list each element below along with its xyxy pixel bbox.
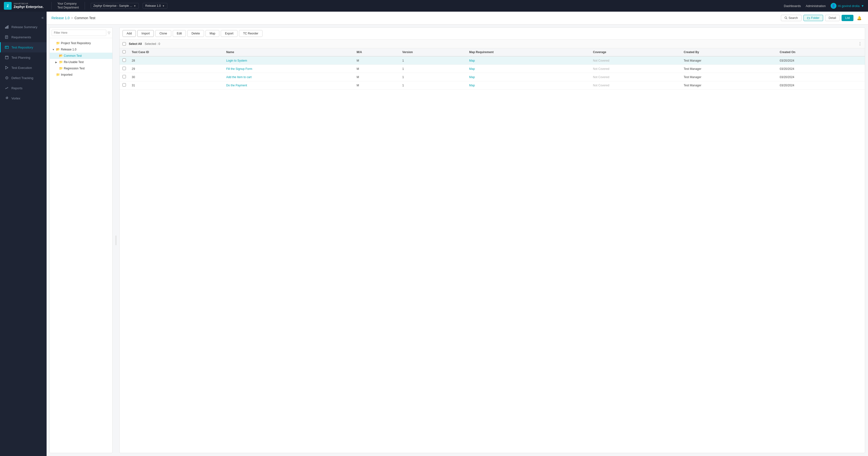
- edit-button[interactable]: Edit: [173, 30, 186, 37]
- row-name[interactable]: Login to System: [223, 56, 354, 65]
- col-ma: M/A: [354, 48, 399, 56]
- content-area: Release 1.0 > Common Test Search Folder …: [46, 12, 868, 456]
- col-test-case-id: Test Case ID: [129, 48, 223, 56]
- left-panel: ▽ 📁 Project Test Repository ▼ 📂 Release …: [50, 27, 113, 453]
- col-checkbox: [120, 48, 129, 56]
- sidebar-item-release-summary-label: Release Summary: [11, 25, 37, 29]
- sidebar-item-requirements-label: Requirements: [11, 35, 31, 39]
- row-created-on: 03/20/2024: [777, 56, 865, 65]
- row-name[interactable]: Add the Item to cart: [223, 73, 354, 81]
- tree-label-regression-test: Regression Test: [64, 67, 85, 70]
- row-checkbox-cell[interactable]: [120, 73, 129, 81]
- sidebar: « Release Summary Requirements Test Repo…: [0, 12, 46, 456]
- sidebar-item-reports-label: Reports: [11, 86, 23, 90]
- search-button[interactable]: Search: [781, 15, 802, 21]
- tree-item-common-test[interactable]: 📂 Common Test: [50, 53, 112, 59]
- tree-item-imported[interactable]: 📁 Imported: [50, 71, 112, 78]
- export-button[interactable]: Export: [221, 30, 238, 37]
- project-dropdown[interactable]: Zephyr Enterprise - Sample ... ▼: [91, 3, 139, 9]
- clone-button[interactable]: Clone: [155, 30, 171, 37]
- logo-icon: Z: [4, 2, 12, 10]
- sidebar-item-defect-tracking[interactable]: Defect Tracking: [0, 73, 46, 83]
- add-button[interactable]: Add: [123, 30, 136, 37]
- reports-icon: [5, 86, 9, 90]
- select-all-checkbox[interactable]: [123, 42, 126, 45]
- row-version: 1: [399, 73, 466, 81]
- sidebar-item-test-execution-label: Test Execution: [11, 66, 32, 70]
- row-checkbox-cell[interactable]: [120, 81, 129, 90]
- sidebar-item-test-execution[interactable]: Test Execution: [0, 63, 46, 73]
- administration-link[interactable]: Administration: [806, 4, 826, 8]
- sidebar-item-test-repository[interactable]: Test Repository: [0, 42, 46, 53]
- brand-bottom: Zephyr Enterprise.: [13, 5, 44, 9]
- tree-area: 📁 Project Test Repository ▼ 📂 Release 1.…: [50, 38, 112, 453]
- row-checkbox[interactable]: [123, 83, 126, 87]
- svg-rect-1: [6, 27, 7, 29]
- sidebar-item-reports[interactable]: Reports: [0, 83, 46, 93]
- toolbar: Add Import Clone Edit Delete Map Export …: [120, 28, 865, 39]
- logo-area[interactable]: Z SMARTBEAR Zephyr Enterprise.: [4, 2, 44, 10]
- tree-folder-release: 📂: [56, 47, 60, 52]
- list-button[interactable]: List: [842, 15, 854, 21]
- row-checkbox[interactable]: [123, 75, 126, 78]
- row-name[interactable]: Fill the Signup Form: [223, 65, 354, 73]
- sidebar-item-test-planning[interactable]: Test Planning: [0, 53, 46, 63]
- sidebar-item-release-summary[interactable]: Release Summary: [0, 22, 46, 32]
- row-checkbox[interactable]: [123, 67, 126, 70]
- sidebar-collapse-button[interactable]: «: [0, 13, 46, 22]
- sidebar-item-test-repository-label: Test Repository: [11, 45, 33, 49]
- row-name[interactable]: Do the Payment: [223, 81, 354, 90]
- tree-label-imported: Imported: [61, 73, 72, 76]
- table-row: 28 Login to System M 1 Map Not Covered T…: [120, 56, 865, 65]
- nav-divider-2: [85, 2, 85, 10]
- tree-folder-imported: 📁: [56, 73, 60, 77]
- row-ma: M: [354, 56, 399, 65]
- tree-item-reusable-test[interactable]: ▶ 📁 Re-Usable Test: [50, 59, 112, 65]
- resize-handle[interactable]: [116, 27, 117, 453]
- row-map-requirement[interactable]: Map: [466, 81, 590, 90]
- tree-item-release-1[interactable]: ▼ 📂 Release 1.0: [50, 46, 112, 53]
- row-checkbox-cell[interactable]: [120, 65, 129, 73]
- row-checkbox[interactable]: [123, 59, 126, 62]
- breadcrumb-release[interactable]: Release 1.0: [52, 16, 70, 20]
- tc-reorder-button[interactable]: TC Reorder: [239, 30, 262, 37]
- delete-button[interactable]: Delete: [187, 30, 204, 37]
- row-map-requirement[interactable]: Map: [466, 73, 590, 81]
- row-created-by: Test Manager: [681, 73, 777, 81]
- top-navigation: Z SMARTBEAR Zephyr Enterprise. Your Comp…: [0, 0, 868, 12]
- breadcrumb-current: Common Test: [74, 16, 95, 20]
- row-coverage: Not Covered: [590, 56, 681, 65]
- notification-bell-icon[interactable]: 🔔: [856, 14, 863, 22]
- row-map-requirement[interactable]: Map: [466, 56, 590, 65]
- import-button[interactable]: Import: [137, 30, 154, 37]
- logo-text: SMARTBEAR Zephyr Enterprise.: [13, 3, 44, 9]
- svg-point-19: [785, 17, 787, 19]
- search-icon: [784, 17, 787, 20]
- folder-button[interactable]: Folder: [803, 15, 823, 21]
- row-id: 31: [129, 81, 223, 90]
- sidebar-item-vortex-label: Vortex: [11, 97, 20, 100]
- row-ma: M: [354, 73, 399, 81]
- header-checkbox[interactable]: [123, 50, 126, 53]
- tree-item-regression-test[interactable]: 📁 Regression Test: [50, 65, 112, 71]
- filter-icon[interactable]: ▽: [108, 31, 111, 35]
- svg-point-18: [6, 78, 7, 79]
- row-checkbox-cell[interactable]: [120, 56, 129, 65]
- table-row: 29 Fill the Signup Form M 1 Map Not Cove…: [120, 65, 865, 73]
- filter-input[interactable]: [52, 30, 106, 36]
- row-id: 29: [129, 65, 223, 73]
- company-name: Your Company Test Department: [58, 2, 79, 9]
- dashboards-link[interactable]: Dashboards: [784, 4, 801, 8]
- tree-item-project-repo[interactable]: 📁 Project Test Repository: [50, 40, 112, 46]
- more-options-icon[interactable]: ⋮: [858, 41, 862, 46]
- map-button[interactable]: Map: [206, 30, 219, 37]
- row-map-requirement[interactable]: Map: [466, 65, 590, 73]
- col-coverage: Coverage: [590, 48, 681, 56]
- tree-label-common-test: Common Test: [64, 54, 82, 58]
- user-menu[interactable]: 👤 Hi govind drolia ▼: [831, 3, 864, 9]
- detail-button[interactable]: Detail: [825, 15, 840, 21]
- release-dropdown[interactable]: Release 1.0 ▼: [143, 3, 167, 9]
- sidebar-item-vortex[interactable]: Vortex: [0, 93, 46, 103]
- sidebar-item-requirements[interactable]: Requirements: [0, 32, 46, 42]
- user-menu-caret: ▼: [861, 4, 864, 8]
